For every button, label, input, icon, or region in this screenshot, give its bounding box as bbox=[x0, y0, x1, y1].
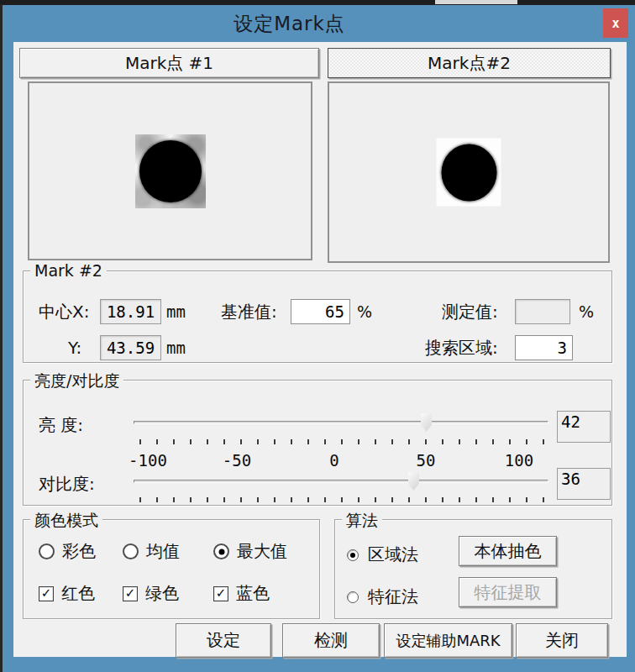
mark2-circle bbox=[441, 144, 496, 201]
brightness-slider-track[interactable] bbox=[134, 421, 548, 424]
checkbox-blue[interactable]: ✓ 蓝色 bbox=[213, 582, 270, 605]
brightness-value-box: 42 bbox=[557, 411, 611, 443]
scale-label: -100 bbox=[129, 451, 167, 470]
radio-circle-icon[interactable] bbox=[123, 543, 139, 559]
extract-feature-button: 特征提取 bbox=[459, 577, 557, 607]
ref-value-unit: % bbox=[357, 299, 372, 324]
measured-value-unit: % bbox=[579, 299, 594, 324]
radio-selected-icon[interactable] bbox=[213, 543, 229, 559]
set-button[interactable]: 设定 bbox=[176, 623, 271, 658]
search-area-label: 搜索区域: bbox=[425, 335, 498, 360]
checkbox-green[interactable]: ✓ 绿色 bbox=[123, 582, 179, 605]
scale-label: 0 bbox=[329, 451, 338, 470]
extract-body-color-button[interactable]: 本体抽色 bbox=[459, 536, 557, 566]
close-button[interactable]: 关闭 bbox=[516, 623, 608, 658]
radio-max-label: 最大值 bbox=[237, 540, 287, 563]
center-x-unit: mm bbox=[166, 299, 186, 324]
y-label: Y: bbox=[68, 335, 81, 360]
mark1-image bbox=[135, 134, 206, 208]
radio-max[interactable]: 最大值 bbox=[213, 540, 287, 563]
checkbox-blue-label: 蓝色 bbox=[236, 582, 270, 605]
radio-color-label: 彩色 bbox=[62, 540, 96, 563]
checkbox-checked-icon[interactable]: ✓ bbox=[213, 586, 228, 601]
mark2-group-legend: Mark #2 bbox=[30, 261, 107, 280]
center-x-label: 中心X: bbox=[39, 299, 89, 324]
search-area-input[interactable]: 3 bbox=[515, 335, 573, 360]
mark1-preview-panel bbox=[28, 81, 312, 260]
checkbox-green-label: 绿色 bbox=[145, 582, 179, 605]
background-window-scrollbar bbox=[435, 0, 517, 4]
brightness-tick-marks bbox=[139, 439, 544, 444]
y-field: 43.59 bbox=[100, 335, 161, 360]
contrast-label: 对比度: bbox=[39, 471, 95, 496]
measured-value-label: 测定值: bbox=[442, 299, 498, 324]
brightness-slider-thumb[interactable] bbox=[421, 413, 432, 432]
y-unit: mm bbox=[166, 335, 186, 360]
mark2-preview-panel bbox=[328, 81, 610, 263]
ref-value-input[interactable]: 65 bbox=[291, 299, 350, 324]
measured-value-field bbox=[515, 299, 570, 324]
scale-label: -50 bbox=[223, 451, 251, 470]
radio-feature-method[interactable]: 特征法 bbox=[347, 585, 418, 608]
color-mode-legend: 颜色模式 bbox=[30, 510, 102, 532]
algorithm-legend: 算法 bbox=[342, 510, 382, 532]
center-x-field: 18.91 bbox=[100, 299, 161, 324]
radio-feature-label: 特征法 bbox=[368, 585, 418, 608]
radio-region-method[interactable]: 区域法 bbox=[347, 543, 418, 566]
checkbox-red[interactable]: ✓ 红色 bbox=[39, 582, 95, 605]
radio-region-label: 区域法 bbox=[368, 543, 418, 566]
radio-circle-icon[interactable] bbox=[39, 543, 55, 559]
radio-color[interactable]: 彩色 bbox=[39, 540, 96, 563]
checkbox-checked-icon[interactable]: ✓ bbox=[39, 586, 54, 601]
detect-button[interactable]: 检测 bbox=[282, 623, 380, 658]
close-icon[interactable]: x bbox=[603, 8, 628, 38]
algorithm-group: 算法 区域法 特征法 本体抽色 特征提取 bbox=[334, 519, 612, 619]
dialog-title: 设定Mark点 bbox=[3, 5, 635, 42]
ref-value-label: 基准值: bbox=[221, 299, 277, 324]
mark-point-2-button[interactable]: Mark点#2 bbox=[328, 48, 611, 78]
title-bar[interactable]: 设定Mark点 x bbox=[3, 5, 635, 42]
mark2-group: Mark #2 中心X: 18.91 mm 基准值: 65 % 测定值: % Y… bbox=[23, 270, 612, 363]
radio-mean-label: 均值 bbox=[146, 540, 180, 563]
brightness-label: 亮 度: bbox=[39, 412, 83, 438]
contrast-slider-track[interactable] bbox=[134, 480, 548, 483]
brightness-contrast-legend: 亮度/对比度 bbox=[30, 370, 123, 392]
checkbox-checked-icon[interactable]: ✓ bbox=[123, 586, 138, 601]
set-aux-mark-button[interactable]: 设定辅助MARK bbox=[384, 623, 512, 658]
background-window-strip bbox=[0, 0, 635, 5]
contrast-value-box: 36 bbox=[557, 468, 611, 500]
dialog-client-area: Mark点 #1 Mark点#2 Mark #2 中心X: 18.91 mm 基… bbox=[13, 42, 627, 657]
mark2-image bbox=[437, 139, 501, 207]
brightness-slider[interactable] bbox=[134, 413, 548, 433]
contrast-slider[interactable] bbox=[134, 472, 548, 492]
scale-label: 100 bbox=[505, 451, 533, 470]
contrast-tick-marks bbox=[139, 497, 544, 502]
checkbox-red-label: 红色 bbox=[61, 582, 95, 605]
contrast-slider-thumb[interactable] bbox=[408, 472, 419, 491]
radio-circle-icon[interactable] bbox=[347, 591, 359, 603]
radio-selected-icon[interactable] bbox=[347, 549, 359, 561]
mark1-circle bbox=[139, 140, 202, 202]
mark-point-1-button[interactable]: Mark点 #1 bbox=[19, 48, 319, 78]
color-mode-group: 颜色模式 彩色 均值 最大值 ✓ 红色 ✓ 绿色 ✓ bbox=[23, 519, 320, 619]
radio-mean[interactable]: 均值 bbox=[123, 540, 180, 563]
brightness-contrast-group: 亮度/对比度 亮 度: 42 -100 -50 0 50 100 对比度: 36 bbox=[23, 380, 612, 506]
scale-label: 50 bbox=[417, 451, 436, 470]
window-left-edge bbox=[0, 4, 3, 672]
